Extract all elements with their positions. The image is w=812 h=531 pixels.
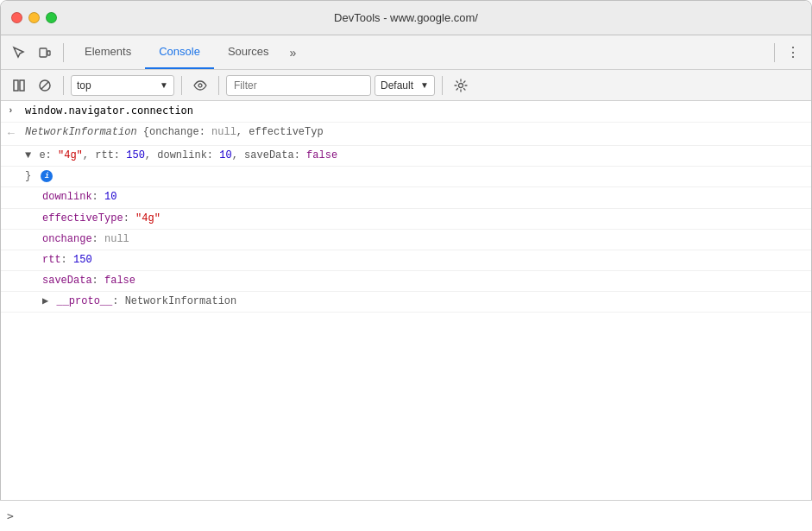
toolbar-tabs: Elements Console Sources »: [71, 35, 303, 69]
tab-elements[interactable]: Elements: [71, 35, 145, 69]
tab-console[interactable]: Console: [145, 35, 214, 69]
network-info-object-line2: ▼ e: "4g", rtt: 150, downlink: 10, saveD…: [25, 148, 804, 164]
prop-effectivetype: effectiveType: "4g": [1, 209, 811, 230]
console-input-line: › window.navigator.connection: [1, 101, 811, 123]
prop-proto-text: ▶ __proto__: NetworkInformation: [42, 294, 804, 310]
console-input[interactable]: [19, 510, 805, 522]
context-selector[interactable]: top ▼: [71, 75, 174, 96]
console-settings-icon[interactable]: [450, 74, 472, 97]
prop-proto: ▶ __proto__: NetworkInformation: [1, 292, 811, 313]
proto-expand-arrow[interactable]: ▶: [42, 295, 48, 307]
svg-rect-0: [40, 48, 47, 57]
prop-effectivetype-text: effectiveType: "4g": [42, 211, 804, 227]
prop-rtt-text: rtt: 150: [42, 252, 804, 269]
title-bar: DevTools - www.google.com/: [1, 1, 811, 35]
prop-savedata-text: saveData: false: [42, 273, 804, 289]
console-divider-2: [181, 76, 182, 95]
svg-rect-3: [20, 80, 24, 91]
output-arrow: ←: [8, 124, 25, 143]
toolbar-divider-2: [774, 43, 775, 62]
inspect-icon[interactable]: [8, 41, 30, 64]
log-level-dropdown-icon: ▼: [420, 80, 429, 90]
closing-brace: } i: [25, 168, 804, 185]
log-level-selector[interactable]: Default ▼: [375, 75, 435, 96]
console-input-row: >: [0, 500, 812, 531]
devtools-menu-button[interactable]: ⋮: [782, 41, 804, 64]
prop-downlink: downlink: 10: [1, 187, 811, 208]
prop-savedata: saveData: false: [1, 271, 811, 292]
info-badge[interactable]: i: [41, 170, 53, 182]
prop-onchange: onchange: null: [1, 230, 811, 250]
console-command-text: window.navigator.connection: [25, 103, 804, 120]
prop-downlink-text: downlink: 10: [42, 189, 804, 205]
device-toolbar-icon[interactable]: [34, 41, 56, 64]
svg-rect-2: [14, 80, 18, 91]
maximize-button[interactable]: [46, 12, 57, 23]
console-output-line-1: ← NetworkInformation {onchange: null, ef…: [1, 123, 811, 146]
console-divider-3: [218, 76, 219, 95]
close-button[interactable]: [11, 12, 22, 23]
object-expand-arrow[interactable]: ▼: [25, 148, 31, 164]
input-arrow[interactable]: ›: [8, 103, 25, 119]
prop-onchange-text: onchange: null: [42, 231, 804, 248]
tab-sources[interactable]: Sources: [214, 35, 283, 69]
clear-console-icon[interactable]: [34, 74, 56, 97]
console-prompt-symbol: >: [7, 509, 14, 522]
run-script-icon[interactable]: [8, 74, 30, 97]
console-divider-4: [442, 76, 443, 95]
filter-input[interactable]: [226, 75, 371, 96]
console-divider-1: [63, 76, 64, 95]
toolbar-divider-1: [63, 43, 64, 62]
svg-rect-1: [47, 51, 50, 55]
prop-rtt: rtt: 150: [1, 250, 811, 271]
more-tabs-button[interactable]: »: [283, 46, 304, 60]
network-info-object: NetworkInformation {onchange: null, effe…: [25, 124, 804, 141]
console-toolbar: top ▼ Default ▼: [1, 70, 811, 101]
svg-line-5: [41, 82, 48, 89]
console-output: › window.navigator.connection ← NetworkI…: [1, 101, 811, 501]
window-title: DevTools - www.google.com/: [334, 11, 478, 24]
context-dropdown-icon: ▼: [160, 80, 168, 90]
live-expressions-icon[interactable]: [189, 74, 211, 97]
window-controls: [11, 12, 57, 23]
minimize-button[interactable]: [28, 12, 40, 23]
console-output-line-2: ▼ e: "4g", rtt: 150, downlink: 10, saveD…: [1, 146, 811, 167]
main-toolbar: Elements Console Sources » ⋮: [1, 35, 811, 70]
svg-point-6: [198, 84, 202, 87]
svg-point-7: [459, 83, 463, 87]
console-output-line-3: } i: [1, 167, 811, 187]
